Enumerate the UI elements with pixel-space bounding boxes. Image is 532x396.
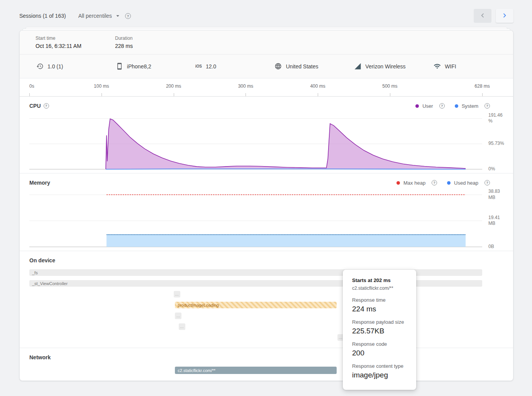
tooltip-field-label: Response time bbox=[352, 297, 407, 303]
cpu-legend-system: System ? bbox=[455, 103, 490, 109]
tooltip-title: Starts at 202 ms bbox=[352, 277, 407, 283]
memory-section-head: Memory Max heap ? Used heap ? bbox=[20, 173, 513, 189]
timeline-tick-mark bbox=[246, 93, 246, 96]
cpu-section: CPU ? User ? System ? bbox=[20, 97, 513, 173]
timeline-tick-label: 200 ms bbox=[166, 83, 181, 89]
network-section: Network c2.staticflickr.com/** bbox=[20, 348, 513, 377]
axis-label: 0% bbox=[488, 166, 507, 172]
network-request-bar[interactable]: c2.staticflickr.com/** bbox=[175, 367, 336, 374]
top-toolbar: Sessions (1 of 163) All percentiles ? bbox=[19, 8, 513, 23]
tooltip-field: Response code200 bbox=[352, 341, 407, 357]
os-version-label: 12.0 bbox=[206, 63, 216, 70]
carrier-label: Verizon Wireless bbox=[365, 63, 405, 70]
axis-label: 0B bbox=[488, 244, 507, 250]
chevron-down-icon bbox=[114, 12, 121, 19]
next-session-button[interactable] bbox=[496, 9, 513, 23]
user-help-icon[interactable]: ? bbox=[439, 103, 445, 109]
chevron-left-icon bbox=[478, 11, 487, 21]
percentiles-dropdown-label: All percentiles bbox=[78, 13, 112, 19]
memory-axis-labels: 38.83 MB19.41 MB0B bbox=[483, 190, 513, 247]
app-version-label: 1.0 (1) bbox=[47, 63, 63, 70]
tooltip-field-value: 225.57KB bbox=[352, 327, 407, 335]
memory-chart[interactable] bbox=[29, 190, 482, 247]
timeline-tick-label: 628 ms bbox=[474, 83, 490, 89]
axis-label: 19.41 MB bbox=[488, 215, 507, 227]
percentiles-dropdown[interactable]: All percentiles bbox=[78, 12, 121, 19]
cpu-chart[interactable] bbox=[29, 114, 482, 169]
on-device-section: On device _fs_st_ViewController...produc… bbox=[20, 251, 513, 348]
device-carrier: Verizon Wireless bbox=[354, 63, 434, 70]
timeline-tick-mark bbox=[102, 93, 102, 96]
cpu-axis-labels: 191.46 %95.73%0% bbox=[483, 114, 513, 169]
memory-legend: Max heap ? Used heap ? bbox=[396, 180, 490, 186]
timeline-ruler[interactable]: 0s100 ms200 ms300 ms400 ms500 ms628 ms bbox=[20, 78, 513, 97]
smartphone-icon bbox=[116, 63, 123, 70]
tooltip-field: Response time224 ms bbox=[352, 297, 407, 313]
trace-bar[interactable]: productImageLoading bbox=[175, 302, 336, 308]
tooltip-field-label: Response code bbox=[352, 341, 407, 347]
timeline-tick-label: 300 ms bbox=[238, 83, 253, 89]
session-summary-header: Start time Oct 16, 6:32:11 AM Duration 2… bbox=[20, 31, 513, 54]
on-device-section-title: On device bbox=[29, 257, 55, 263]
duration-label: Duration bbox=[115, 36, 133, 41]
timeline-tick-mark bbox=[318, 93, 318, 96]
timeline-tick-label: 400 ms bbox=[310, 83, 325, 89]
timeline-tick-mark bbox=[482, 93, 483, 96]
cpu-plot-row: 191.46 %95.73%0% bbox=[20, 114, 513, 169]
chevron-right-icon bbox=[500, 11, 509, 21]
memory-plot-row: 38.83 MB19.41 MB0B bbox=[20, 190, 513, 247]
tooltip-field-label: Response payload size bbox=[352, 319, 407, 325]
tooltip-url: c2.staticflickr.com/** bbox=[352, 286, 407, 291]
tooltip-field-label: Response content type bbox=[352, 363, 407, 369]
memory-section: Memory Max heap ? Used heap ? bbox=[20, 173, 513, 251]
ios-platform-icon: iOS bbox=[195, 64, 202, 68]
prev-session-button[interactable] bbox=[474, 9, 491, 23]
timeline-tick-label: 0s bbox=[29, 83, 34, 89]
device-country: United States bbox=[274, 63, 354, 70]
device-model: iPhone8,2 bbox=[116, 63, 195, 70]
sessions-help-icon[interactable]: ? bbox=[125, 13, 131, 19]
tooltip-field: Response payload size225.57KB bbox=[352, 319, 407, 335]
cpu-legend-user: User ? bbox=[415, 103, 444, 109]
session-card-stack: Start time Oct 16, 6:32:11 AM Duration 2… bbox=[19, 27, 513, 381]
memory-legend-max-heap: Max heap ? bbox=[396, 180, 437, 186]
memory-section-title: Memory bbox=[29, 180, 50, 186]
network-section-head: Network bbox=[20, 348, 513, 364]
max-heap-legend-dot bbox=[396, 181, 400, 185]
tooltip-field-value: 200 bbox=[352, 349, 407, 357]
timeline-tick-mark bbox=[29, 93, 30, 96]
globe-icon bbox=[274, 63, 282, 70]
sessions-count-label: Sessions (1 of 163) bbox=[19, 13, 66, 19]
session-detail-page: Sessions (1 of 163) All percentiles ? bbox=[0, 8, 532, 396]
country-label: United States bbox=[286, 63, 318, 70]
used-heap-legend-dot bbox=[447, 181, 451, 185]
device-attributes-row: 1.0 (1) iPhone8,2 iOS 12.0 United St bbox=[20, 54, 513, 78]
max-heap-help-icon[interactable]: ? bbox=[432, 180, 437, 185]
tooltip-fields: Response time224 msResponse payload size… bbox=[352, 297, 407, 379]
axis-label: 95.73% bbox=[488, 141, 507, 147]
device-model-label: iPhone8,2 bbox=[127, 63, 151, 70]
tooltip-field: Response content typeimage/jpeg bbox=[352, 363, 407, 379]
trace-bar[interactable]: ... bbox=[174, 291, 180, 297]
cpu-section-title: CPU bbox=[29, 103, 41, 109]
trace-bar[interactable]: ... bbox=[179, 323, 185, 330]
tooltip-field-value: image/jpeg bbox=[352, 371, 407, 379]
cpu-legend: User ? System ? bbox=[415, 103, 490, 109]
system-help-icon[interactable]: ? bbox=[485, 103, 490, 109]
axis-label: 38.83 MB bbox=[488, 189, 507, 201]
cpu-help-icon[interactable]: ? bbox=[44, 103, 49, 109]
start-time-label: Start time bbox=[36, 36, 115, 41]
max-heap-legend-label: Max heap bbox=[403, 180, 425, 186]
device-os: iOS 12.0 bbox=[195, 63, 275, 70]
device-connection: WIFI bbox=[434, 63, 513, 70]
used-heap-help-icon[interactable]: ? bbox=[485, 180, 490, 185]
trace-bar[interactable]: ... bbox=[175, 313, 181, 319]
timeline-tick-mark bbox=[174, 93, 174, 96]
used-heap-legend-label: Used heap bbox=[454, 180, 478, 186]
device-app-version: 1.0 (1) bbox=[36, 63, 116, 70]
cellular-signal-icon bbox=[354, 63, 361, 70]
request-tooltip: Starts at 202 ms c2.staticflickr.com/** … bbox=[343, 270, 416, 390]
user-legend-label: User bbox=[422, 103, 433, 109]
cpu-section-head: CPU ? User ? System ? bbox=[20, 97, 513, 112]
app-version-history-icon bbox=[36, 63, 44, 70]
